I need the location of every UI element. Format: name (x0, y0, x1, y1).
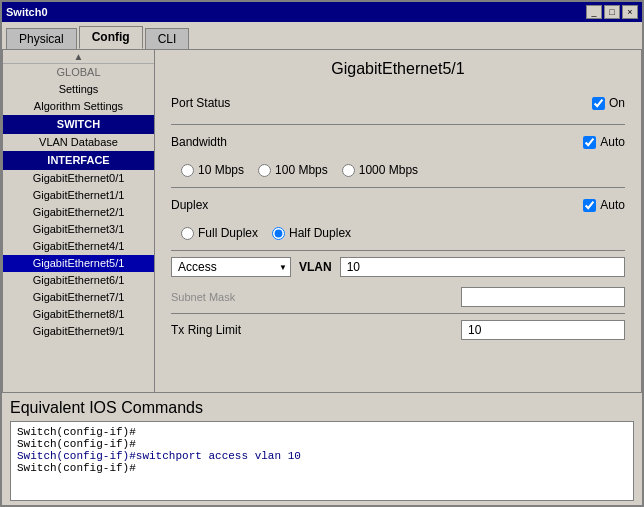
sidebar-item-vlan-database[interactable]: VLAN Database (3, 134, 154, 151)
terminal-line-3: Switch(config-if)#switchport access vlan… (17, 450, 627, 462)
tab-physical[interactable]: Physical (6, 28, 77, 49)
subnet-mask-row: Subnet Mask (171, 287, 625, 307)
port-status-checkbox[interactable] (592, 97, 605, 110)
duplex-auto-checkbox[interactable] (583, 199, 596, 212)
subnet-mask-input[interactable] (461, 287, 625, 307)
title-bar: Switch0 _ □ × (2, 2, 642, 22)
minimize-button[interactable]: _ (586, 5, 602, 19)
sidebar-item-ge1[interactable]: GigabitEthernet1/1 (3, 187, 154, 204)
sidebar-scroll[interactable]: GLOBAL Settings Algorithm Settings SWITC… (3, 64, 154, 392)
bandwidth-100-label: 100 Mbps (275, 163, 328, 177)
bandwidth-100-radio[interactable] (258, 164, 271, 177)
duplex-radio-group: Full Duplex Half Duplex (171, 226, 625, 240)
terminal-line-1: Switch(config-if)# (17, 426, 627, 438)
sidebar-item-ge8[interactable]: GigabitEthernet8/1 (3, 306, 154, 323)
sidebar: ▲ GLOBAL Settings Algorithm Settings SWI… (3, 50, 155, 392)
duplex-full: Full Duplex (181, 226, 258, 240)
title-bar-left: Switch0 (6, 6, 48, 18)
bandwidth-1000-label: 1000 Mbps (359, 163, 418, 177)
sidebar-item-interface-header: INTERFACE (3, 151, 154, 170)
bandwidth-10-radio[interactable] (181, 164, 194, 177)
tab-cli[interactable]: CLI (145, 28, 190, 49)
ios-terminal: Switch(config-if)# Switch(config-if)# Sw… (10, 421, 634, 501)
divider-1 (171, 124, 625, 125)
port-status-on-label: On (609, 96, 625, 110)
close-button[interactable]: × (622, 5, 638, 19)
bandwidth-row: Bandwidth Auto (171, 131, 625, 153)
tx-ring-limit-label: Tx Ring Limit (171, 323, 291, 337)
bandwidth-100mbps: 100 Mbps (258, 163, 328, 177)
duplex-half: Half Duplex (272, 226, 351, 240)
duplex-right: Auto (583, 198, 625, 212)
sidebar-item-global: GLOBAL (3, 64, 154, 81)
sidebar-item-ge3[interactable]: GigabitEthernet3/1 (3, 221, 154, 238)
port-status-right: On (592, 96, 625, 110)
vlan-label: VLAN (299, 260, 332, 274)
bottom-section: Equivalent IOS Commands Switch(config-if… (2, 393, 642, 505)
vlan-input[interactable] (340, 257, 625, 277)
port-status-label: Port Status (171, 96, 291, 110)
scroll-up-indicator[interactable]: ▲ (3, 50, 154, 64)
sidebar-item-ge5[interactable]: GigabitEthernet5/1 (3, 255, 154, 272)
duplex-full-radio[interactable] (181, 227, 194, 240)
bandwidth-right: Auto (583, 135, 625, 149)
sidebar-item-ge0[interactable]: GigabitEthernet0/1 (3, 170, 154, 187)
tx-ring-limit-row: Tx Ring Limit (171, 320, 625, 340)
tabs-bar: Physical Config CLI (2, 22, 642, 49)
title-controls: _ □ × (586, 5, 638, 19)
main-window: Switch0 _ □ × Physical Config CLI ▲ GLOB… (0, 0, 644, 507)
sidebar-item-ge7[interactable]: GigabitEthernet7/1 (3, 289, 154, 306)
duplex-half-radio[interactable] (272, 227, 285, 240)
duplex-auto-label: Auto (600, 198, 625, 212)
duplex-half-label: Half Duplex (289, 226, 351, 240)
port-mode-dropdown[interactable]: Access Trunk (171, 257, 291, 277)
bandwidth-radio-group: 10 Mbps 100 Mbps 1000 Mbps (171, 163, 625, 177)
bandwidth-1000mbps: 1000 Mbps (342, 163, 418, 177)
bandwidth-label: Bandwidth (171, 135, 291, 149)
sidebar-item-ge4[interactable]: GigabitEthernet4/1 (3, 238, 154, 255)
terminal-line-2: Switch(config-if)# (17, 438, 627, 450)
sidebar-item-switch-header: SWITCH (3, 115, 154, 134)
sidebar-item-settings[interactable]: Settings (3, 81, 154, 98)
window-title: Switch0 (6, 6, 48, 18)
bandwidth-10mbps: 10 Mbps (181, 163, 244, 177)
divider-3 (171, 250, 625, 251)
bandwidth-auto-group: Auto (583, 135, 625, 149)
duplex-label: Duplex (171, 198, 291, 212)
bandwidth-1000-radio[interactable] (342, 164, 355, 177)
config-panel: GigabitEthernet5/1 Port Status On Bandwi… (155, 50, 641, 392)
duplex-full-label: Full Duplex (198, 226, 258, 240)
bandwidth-10-label: 10 Mbps (198, 163, 244, 177)
maximize-button[interactable]: □ (604, 5, 620, 19)
sidebar-item-algorithm-settings[interactable]: Algorithm Settings (3, 98, 154, 115)
duplex-auto-group: Auto (583, 198, 625, 212)
divider-4 (171, 313, 625, 314)
subnet-mask-label: Subnet Mask (171, 291, 291, 303)
port-mode-row: Access Trunk VLAN (171, 257, 625, 277)
sidebar-item-ge6[interactable]: GigabitEthernet6/1 (3, 272, 154, 289)
sidebar-item-ge2[interactable]: GigabitEthernet2/1 (3, 204, 154, 221)
tab-config[interactable]: Config (79, 26, 143, 49)
tx-ring-limit-input[interactable] (461, 320, 625, 340)
divider-2 (171, 187, 625, 188)
duplex-row: Duplex Auto (171, 194, 625, 216)
ios-title: Equivalent IOS Commands (10, 399, 634, 417)
port-status-checkbox-group: On (592, 96, 625, 110)
main-content: ▲ GLOBAL Settings Algorithm Settings SWI… (2, 49, 642, 393)
terminal-line-4: Switch(config-if)# (17, 462, 627, 474)
port-status-row: Port Status On (171, 92, 625, 114)
panel-title: GigabitEthernet5/1 (171, 60, 625, 78)
bandwidth-auto-checkbox[interactable] (583, 136, 596, 149)
sidebar-item-ge9[interactable]: GigabitEthernet9/1 (3, 323, 154, 340)
bandwidth-auto-label: Auto (600, 135, 625, 149)
port-mode-dropdown-wrapper[interactable]: Access Trunk (171, 257, 291, 277)
